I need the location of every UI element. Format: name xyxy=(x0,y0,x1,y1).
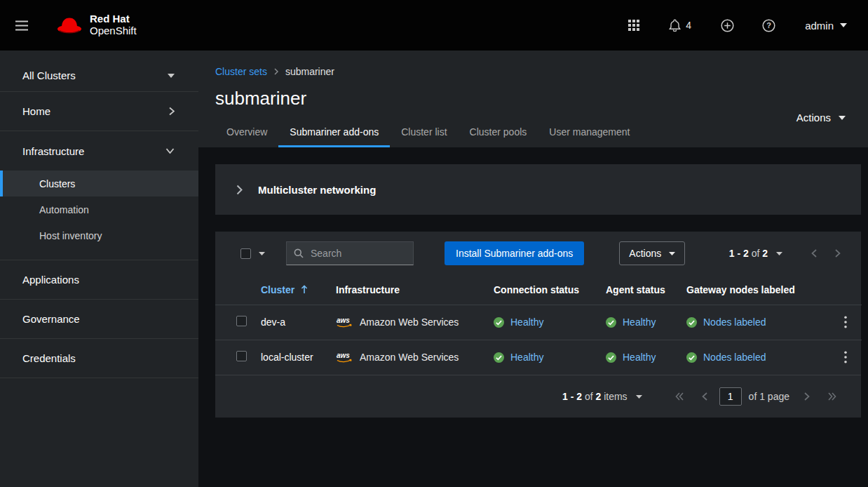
aws-icon: aws xyxy=(336,316,353,328)
nav-label: Clusters xyxy=(39,178,75,189)
search-icon xyxy=(294,248,304,258)
tab-bar: Overview Submariner add-ons Cluster list… xyxy=(215,118,851,147)
table-actions-dropdown[interactable]: Actions xyxy=(619,241,685,265)
expandable-section-title: Multicluster networking xyxy=(258,184,376,196)
previous-page-button[interactable] xyxy=(802,245,826,262)
svg-text:?: ? xyxy=(766,21,771,29)
angle-right-icon xyxy=(236,185,243,195)
sidebar-item-clusters[interactable]: Clusters xyxy=(0,171,198,196)
row-kebab-menu[interactable] xyxy=(837,312,854,333)
agent-status-link[interactable]: Healthy xyxy=(623,316,656,328)
table-header-row: Cluster Infrastructure Connection status… xyxy=(215,275,862,305)
caret-down-icon xyxy=(636,395,642,399)
infrastructure-cell: aws Amazon Web Services xyxy=(336,352,477,363)
bottom-pagination: 1 - 2 of 2 items xyxy=(215,375,861,418)
bell-icon xyxy=(669,19,681,32)
next-page-button[interactable] xyxy=(795,388,819,405)
chevron-right-icon xyxy=(169,107,175,116)
clusters-table: Cluster Infrastructure Connection status… xyxy=(215,275,862,375)
infrastructure-cell: aws Amazon Web Services xyxy=(336,316,477,328)
notifications-button[interactable]: 4 xyxy=(665,18,696,32)
row-select-checkbox[interactable] xyxy=(236,316,247,326)
help-button[interactable]: ? xyxy=(759,16,778,35)
gateway-nodes-link[interactable]: Nodes labeled xyxy=(703,316,766,328)
row-kebab-menu[interactable] xyxy=(837,347,854,368)
pagination-range-label: 1 - 2 of 2 xyxy=(729,248,768,259)
next-page-button[interactable] xyxy=(826,245,850,262)
tab-overview[interactable]: Overview xyxy=(215,118,278,147)
main-content: Cluster sets submariner submariner Actio… xyxy=(198,51,868,487)
table-row-local-cluster: local-cluster aws Amazon xyxy=(215,340,862,375)
tab-cluster-list[interactable]: Cluster list xyxy=(390,118,458,147)
column-header-connection-status: Connection status xyxy=(485,275,597,305)
app-launcher-button[interactable] xyxy=(625,17,642,34)
submariner-addons-table-card: Install Submariner add-ons Actions 1 - 2… xyxy=(215,232,861,418)
agent-status-link[interactable]: Healthy xyxy=(623,352,656,363)
nav-label: Automation xyxy=(39,204,89,215)
sidebar-group-infrastructure: Infrastructure Clusters Automation Host … xyxy=(0,131,198,260)
sidebar-item-infrastructure[interactable]: Infrastructure xyxy=(0,131,198,171)
row-actions-header xyxy=(829,275,862,305)
sidebar-item-governance[interactable]: Governance xyxy=(0,300,198,339)
sidebar-item-automation[interactable]: Automation xyxy=(0,196,198,222)
last-page-button[interactable] xyxy=(819,388,846,405)
page-number-input[interactable] xyxy=(719,387,742,406)
breadcrumb-link-cluster-sets[interactable]: Cluster sets xyxy=(215,66,267,77)
bulk-select-dropdown[interactable] xyxy=(236,248,269,260)
tab-cluster-pools[interactable]: Cluster pools xyxy=(459,118,538,147)
redhat-openshift-logo[interactable]: Red Hat OpenShift xyxy=(56,13,137,37)
pagination-items-label: 1 - 2 of 2 items xyxy=(562,391,628,402)
first-page-button[interactable] xyxy=(666,388,693,405)
logo-product-text: OpenShift xyxy=(90,25,137,37)
actions-label: Actions xyxy=(629,248,661,259)
install-submariner-addons-button[interactable]: Install Submariner add-ons xyxy=(445,241,584,265)
previous-page-button[interactable] xyxy=(693,388,717,405)
perspective-label: All Clusters xyxy=(22,69,76,81)
per-page-options-toggle[interactable] xyxy=(632,392,646,401)
bulk-select-checkbox[interactable] xyxy=(240,248,251,259)
per-page-options-toggle[interactable] xyxy=(772,249,787,258)
row-select-checkbox[interactable] xyxy=(236,351,247,361)
column-header-agent-status: Agent status xyxy=(597,275,678,305)
chevron-down-icon xyxy=(165,148,175,154)
app-launcher-grid-icon xyxy=(628,20,639,31)
nav-toggle-button[interactable] xyxy=(13,18,31,34)
search-input[interactable] xyxy=(309,247,406,260)
create-button[interactable] xyxy=(718,16,737,35)
page-actions-dropdown[interactable]: Actions xyxy=(792,111,850,124)
user-menu-dropdown[interactable]: admin xyxy=(801,19,851,32)
page-header: Cluster sets submariner submariner Actio… xyxy=(198,51,868,147)
check-circle-icon xyxy=(494,352,504,363)
column-header-cluster[interactable]: Cluster xyxy=(252,275,327,305)
table-row-dev-a: dev-a aws Amazon Web Serv xyxy=(215,305,862,340)
tab-submariner-add-ons[interactable]: Submariner add-ons xyxy=(278,118,390,147)
sidebar-item-home[interactable]: Home xyxy=(0,92,198,131)
chevron-right-icon xyxy=(804,392,810,401)
sidebar-item-credentials[interactable]: Credentials xyxy=(0,339,198,378)
username-label: admin xyxy=(805,20,834,32)
column-header-infrastructure: Infrastructure xyxy=(327,275,485,305)
check-circle-icon xyxy=(606,352,616,363)
perspective-switcher-all-clusters[interactable]: All Clusters xyxy=(0,60,198,92)
actions-label: Actions xyxy=(796,112,831,124)
question-circle-icon: ? xyxy=(762,19,775,32)
multicluster-networking-expandable[interactable]: Multicluster networking xyxy=(215,164,861,215)
gateway-nodes-link[interactable]: Nodes labeled xyxy=(703,352,766,363)
plus-circle-icon xyxy=(721,19,734,32)
masthead: Red Hat OpenShift 4 xyxy=(0,0,868,51)
kebab-icon xyxy=(844,316,847,328)
caret-down-icon xyxy=(840,23,847,27)
sidebar-item-applications[interactable]: Applications xyxy=(0,260,198,300)
caret-down-icon xyxy=(259,252,265,255)
column-header-gateway-nodes-labeled: Gateway nodes labeled xyxy=(678,275,829,305)
breadcrumb-separator-icon xyxy=(274,68,278,75)
chevron-left-icon xyxy=(702,392,707,401)
caret-down-icon xyxy=(168,74,175,78)
connection-status-link[interactable]: Healthy xyxy=(510,352,543,363)
notification-count-badge: 4 xyxy=(686,20,691,31)
tab-user-management[interactable]: User management xyxy=(538,118,641,147)
sidebar-item-host-inventory[interactable]: Host inventory xyxy=(0,222,198,248)
connection-status-link[interactable]: Healthy xyxy=(510,316,543,328)
page-count-label: of 1 page xyxy=(749,391,789,402)
nav-label: Infrastructure xyxy=(22,145,84,157)
